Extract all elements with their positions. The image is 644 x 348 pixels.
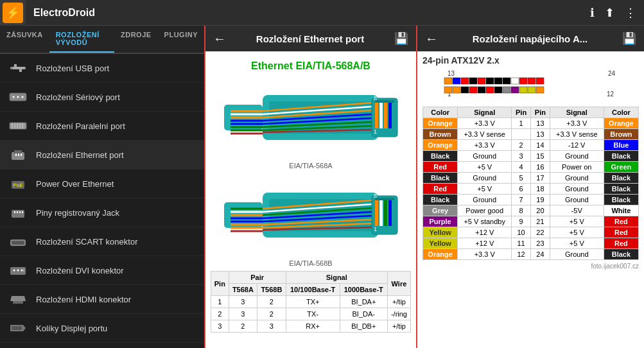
svg-rect-62 (388, 103, 392, 128)
nav-tabs: ZÁSUVKA ROZLOŽENÍ VÝVODŮ ZDROJE PLUGINY (0, 26, 204, 54)
svg-rect-60 (379, 103, 383, 128)
mid-panel: ← Rozložení Ethernet port 💾 Ethernet EIA… (205, 26, 417, 348)
svg-rect-99 (478, 78, 485, 84)
more-icon[interactable]: ⋮ (625, 6, 636, 20)
right-panel-header: ← Rozložení napájecího A... 💾 (417, 26, 644, 51)
svg-point-5 (10, 67, 13, 69)
table-row: Black Ground 7 19 Ground Black (423, 195, 639, 205)
svg-rect-24 (14, 211, 15, 213)
list-item-poe[interactable]: PoE Power Over Ethernet (0, 170, 204, 198)
svg-rect-105 (528, 78, 535, 84)
svg-rect-110 (453, 87, 460, 93)
svg-rect-87 (379, 200, 383, 226)
eth-th-100base: 10/100Base-T (286, 284, 340, 296)
mid-back-button[interactable]: ← (213, 31, 226, 46)
list-item-usb[interactable]: Rozložení USB port (0, 54, 204, 83)
parallel-icon (8, 118, 28, 134)
svg-rect-63 (375, 100, 394, 103)
list-item-hdmi[interactable]: Rozložení HDMI konektor (0, 285, 204, 314)
list-item-ethernet[interactable]: Rozložení Ethernet port (0, 141, 204, 170)
svg-text:PoE: PoE (13, 182, 22, 188)
table-row: Brown +3.3 V sense 13 +3.3 V sense Brown (423, 129, 639, 140)
table-row: Black Ground 5 17 Ground Black (423, 173, 639, 184)
svg-point-9 (22, 96, 24, 98)
list-item-displayport[interactable]: Kolíky Displej portu (0, 314, 204, 343)
export-icon[interactable]: ⬆ (605, 6, 614, 20)
diagram-a-label: EIA/TIA-568A (211, 162, 411, 170)
nav-item-label: Rozložení Paralelní port (36, 121, 125, 131)
top-bar: ⚡ ElectroDroid ℹ ⬆ ⋮ (0, 0, 644, 26)
list-item-scart[interactable]: Rozložení SCART konektor (0, 227, 204, 256)
list-item-jack[interactable]: Piny registrovaný Jack (0, 198, 204, 227)
ethernet-icon (8, 147, 28, 162)
tab-rozlozeni[interactable]: ROZLOŽENÍ VÝVODŮ (49, 26, 114, 53)
eth-th-1000base: 1000Base-T (340, 284, 387, 296)
displayport-icon (8, 320, 28, 336)
svg-rect-26 (19, 211, 21, 213)
mid-panel-save-icon[interactable]: 💾 (394, 31, 408, 46)
right-panel-content: 24-pin ATX12V 2.x 13 24 (417, 51, 644, 348)
svg-rect-95 (444, 78, 452, 84)
svg-text:8: 8 (374, 95, 377, 101)
mid-panel-header: ← Rozložení Ethernet port 💾 (205, 26, 416, 51)
table-row: Yellow +12 V 10 22 +5 V Red (423, 227, 639, 238)
atx-th-signal1: Signal (458, 107, 512, 118)
svg-text:1: 1 (374, 128, 377, 135)
svg-point-33 (21, 270, 23, 272)
svg-rect-88 (384, 200, 387, 226)
svg-rect-119 (528, 87, 535, 93)
svg-rect-61 (384, 103, 387, 128)
svg-rect-59 (375, 103, 378, 128)
list-item-parallel[interactable]: Rozložení Paralelní port (0, 112, 204, 141)
nav-item-label: Rozložení SCART konektor (36, 237, 137, 247)
svg-rect-101 (494, 78, 502, 84)
atx-th-color2: Color (604, 107, 638, 118)
table-row: Red +5 V 6 18 Ground Black (423, 184, 639, 195)
nav-item-label: Rozložení Sériový port (36, 92, 120, 102)
list-item-serial[interactable]: Rozložení Sériový port (0, 83, 204, 112)
nav-item-label: Rozložení USB port (36, 64, 109, 73)
atx-th-color1: Color (423, 107, 458, 118)
table-row: Orange +3.3 V 12 24 Ground Black (423, 249, 639, 260)
nav-item-label: Power Over Ethernet (36, 179, 114, 189)
tab-pluginy[interactable]: PLUGINY (158, 26, 204, 53)
right-back-button[interactable]: ← (425, 31, 438, 46)
rj45-diagram-b-svg: 8 1 (218, 173, 404, 257)
main-content: ZÁSUVKA ROZLOŽENÍ VÝVODŮ ZDROJE PLUGINY … (0, 26, 644, 348)
info-icon[interactable]: ℹ (590, 6, 595, 20)
tab-zasuvka[interactable]: ZÁSUVKA (0, 26, 49, 53)
svg-text:1: 1 (374, 226, 377, 232)
svg-rect-104 (519, 78, 527, 84)
svg-rect-114 (486, 87, 494, 93)
svg-text:8: 8 (374, 193, 377, 199)
tab-zdroje[interactable]: ZDROJE (114, 26, 158, 53)
right-panel-save-icon[interactable]: 💾 (622, 31, 636, 46)
eth-th-pin: Pin (211, 272, 229, 296)
app-title: ElectroDroid (26, 7, 590, 19)
ethernet-diagram-title: Ethernet EIA/TIA-568A/B (211, 60, 411, 72)
eth-th-t568b: T568B (257, 284, 286, 296)
atx-connector-diagram: 13 24 1 12 (422, 69, 639, 101)
svg-rect-115 (494, 87, 502, 93)
table-row: Black Ground 3 15 Ground Black (423, 151, 639, 162)
rj45-diagram-a-svg: 8 1 (218, 76, 404, 159)
svg-rect-89 (388, 200, 392, 226)
svg-point-8 (17, 96, 19, 98)
svg-rect-118 (519, 87, 527, 93)
svg-rect-116 (503, 87, 510, 93)
table-row: 323RX+BI_DB++/tip (211, 320, 411, 333)
watermark: foto.ijacek007.cz (422, 263, 639, 270)
svg-rect-111 (461, 87, 469, 93)
svg-rect-117 (511, 87, 519, 93)
svg-rect-86 (375, 200, 378, 226)
atx-th-pin1: Pin (512, 107, 531, 118)
svg-text:13: 13 (448, 70, 455, 77)
svg-point-31 (13, 270, 15, 272)
list-item-dvi[interactable]: Rozložení DVI konektor (0, 256, 204, 285)
scart-icon (8, 234, 28, 249)
app-logo: ⚡ (0, 0, 26, 26)
jack-icon (8, 205, 28, 220)
svg-rect-25 (17, 211, 18, 213)
svg-rect-112 (469, 87, 477, 93)
svg-rect-20 (21, 153, 22, 156)
